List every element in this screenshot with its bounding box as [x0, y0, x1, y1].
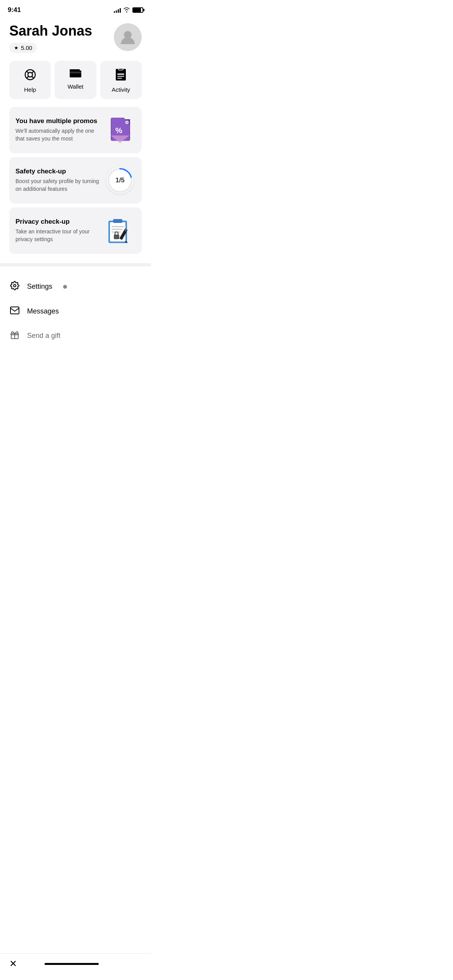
svg-rect-25: [112, 229, 122, 230]
help-button[interactable]: Help: [9, 61, 51, 99]
promos-card[interactable]: You have multiple promos We'll automatic…: [9, 107, 142, 153]
svg-rect-27: [114, 235, 119, 239]
gear-icon: [9, 281, 20, 293]
header-left: Sarah Jonas ★ 5.00: [9, 23, 92, 53]
svg-line-5: [27, 77, 28, 78]
promos-text: You have multiple promos We'll automatic…: [15, 117, 105, 143]
send-gift-label: Send a gift: [27, 332, 60, 340]
user-name: Sarah Jonas: [9, 23, 92, 39]
star-icon: ★: [14, 45, 19, 51]
activity-label: Activity: [112, 86, 130, 93]
privacy-title: Privacy check-up: [15, 218, 100, 226]
gift-icon: [9, 331, 20, 341]
privacy-card[interactable]: Privacy check-up Take an interactive tou…: [9, 207, 142, 254]
help-icon: [24, 69, 36, 82]
svg-rect-7: [70, 70, 81, 77]
svg-rect-14: [117, 78, 122, 79]
settings-label: Settings: [27, 283, 52, 291]
safety-text: Safety check-up Boost your safety profil…: [15, 168, 105, 193]
menu-list: Settings Messages Send a gift: [0, 271, 151, 351]
wallet-icon: [69, 69, 82, 79]
svg-text:%: %: [115, 126, 122, 135]
mail-icon: [9, 307, 20, 317]
promos-description: We'll automatically apply the one that s…: [15, 127, 100, 142]
status-icons: [114, 7, 143, 14]
svg-rect-24: [112, 226, 124, 227]
wallet-label: Wallet: [67, 83, 83, 90]
promo-tag-visual: %: [105, 115, 136, 146]
svg-rect-15: [118, 69, 123, 70]
safety-title: Safety check-up: [15, 168, 100, 175]
svg-rect-9: [70, 72, 81, 74]
privacy-visual: [105, 215, 136, 246]
settings-menu-item[interactable]: Settings: [0, 274, 151, 300]
promo-cards: You have multiple promos We'll automatic…: [0, 107, 151, 259]
messages-menu-item[interactable]: Messages: [0, 300, 151, 324]
avatar[interactable]: [114, 23, 142, 51]
promos-title: You have multiple promos: [15, 117, 100, 125]
svg-rect-30: [10, 307, 19, 314]
safety-progress-circle: 1/5: [107, 167, 133, 194]
battery-icon: [132, 7, 143, 13]
avatar-silhouette-icon: [118, 28, 137, 46]
svg-line-3: [27, 71, 28, 73]
safety-description: Boost your safety profile by turning on …: [15, 178, 100, 193]
status-bar: 9:41: [0, 0, 151, 17]
safety-visual: 1/5: [105, 165, 136, 196]
svg-line-4: [32, 71, 34, 73]
header-section: Sarah Jonas ★ 5.00: [0, 17, 151, 58]
rating-value: 5.00: [21, 45, 32, 51]
svg-rect-8: [70, 69, 80, 71]
safety-card[interactable]: Safety check-up Boost your safety profil…: [9, 157, 142, 204]
activity-button[interactable]: Activity: [100, 61, 142, 99]
activity-icon: [115, 69, 126, 82]
svg-rect-12: [117, 74, 124, 75]
svg-rect-23: [113, 219, 122, 223]
svg-line-6: [32, 77, 34, 78]
settings-badge: [63, 285, 67, 289]
section-divider: [0, 263, 151, 266]
wallet-button[interactable]: Wallet: [55, 61, 96, 99]
send-gift-menu-item[interactable]: Send a gift: [0, 324, 151, 348]
wifi-icon: [123, 7, 130, 14]
messages-label: Messages: [27, 307, 59, 315]
quick-actions: Help Wallet Activity: [0, 58, 151, 107]
help-label: Help: [24, 86, 36, 93]
svg-rect-13: [117, 76, 124, 77]
rating-badge: ★ 5.00: [9, 43, 37, 53]
signal-icon: [114, 8, 121, 13]
status-time: 9:41: [8, 6, 21, 14]
privacy-text: Privacy check-up Take an interactive tou…: [15, 218, 105, 243]
svg-point-2: [28, 72, 33, 77]
privacy-description: Take an interactive tour of your privacy…: [15, 228, 100, 243]
